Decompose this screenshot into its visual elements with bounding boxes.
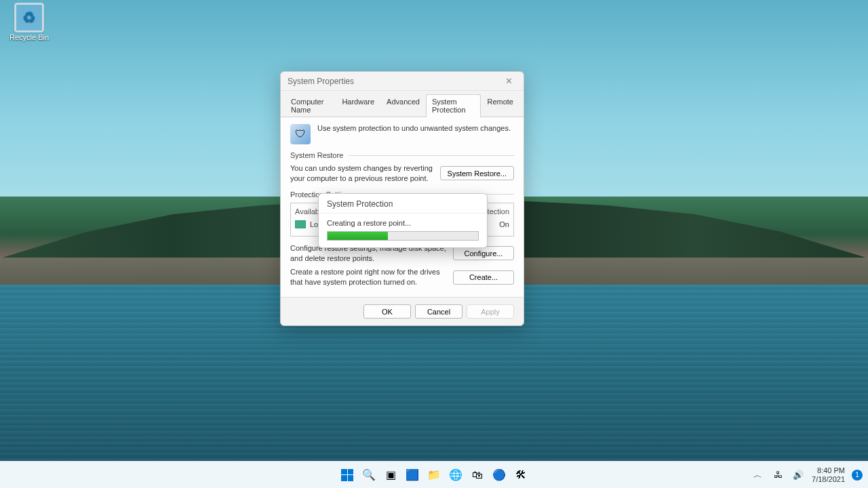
file-explorer-button[interactable]: 📁 [425, 466, 443, 484]
task-view-button[interactable]: ▣ [382, 466, 399, 484]
clock-date: 7/18/2021 [812, 475, 845, 484]
start-button[interactable] [338, 466, 356, 484]
notification-badge[interactable]: 1 [852, 470, 863, 481]
search-button[interactable]: 🔍 [360, 466, 378, 484]
chevron-up-icon: ︿ [753, 469, 762, 481]
system-restore-button[interactable]: System Restore... [440, 166, 514, 180]
progress-fill [328, 232, 388, 240]
edge-button[interactable]: 🌐 [447, 466, 465, 484]
speaker-icon: 🔊 [793, 470, 804, 480]
widgets-button[interactable]: 🟦 [403, 466, 421, 484]
system-protection-progress-dialog: System Protection Creating a restore poi… [318, 193, 488, 248]
restore-description: You can undo system changes by reverting… [290, 163, 433, 184]
section-system-restore: System Restore [290, 151, 343, 159]
volume-button[interactable]: 🔊 [791, 468, 805, 482]
app-icon: 🛠 [515, 469, 526, 481]
taskbar: 🔍 ▣ 🟦 📁 🌐 🛍 🔵 🛠 ︿ 🖧 🔊 8:40 PM 7/18/2021 … [0, 461, 868, 488]
windows-logo-icon [341, 469, 353, 481]
intro-text: Use system protection to undo unwanted s… [317, 124, 511, 132]
system-tray: ︿ 🖧 🔊 8:40 PM 7/18/2021 1 [751, 466, 863, 483]
tab-hardware[interactable]: Hardware [336, 94, 380, 117]
dialog-titlebar[interactable]: System Properties ✕ [281, 72, 524, 91]
network-button[interactable]: 🖧 [771, 468, 785, 482]
store-button[interactable]: 🛍 [469, 466, 486, 484]
tab-advanced[interactable]: Advanced [380, 94, 426, 117]
recycle-bin-desktop-icon[interactable]: Recycle Bin [8, 3, 50, 41]
app-button[interactable]: 🛠 [512, 466, 530, 484]
network-icon: 🖧 [774, 470, 783, 480]
chrome-button[interactable]: 🔵 [490, 466, 508, 484]
widgets-icon: 🟦 [406, 468, 419, 481]
create-button[interactable]: Create... [453, 270, 514, 285]
tab-remote[interactable]: Remote [481, 94, 519, 117]
edge-icon: 🌐 [449, 468, 462, 481]
progress-bar [327, 231, 479, 241]
recycle-bin-label: Recycle Bin [8, 33, 50, 41]
system-protection-icon [290, 124, 311, 144]
progress-message: Creating a restore point... [319, 214, 487, 231]
store-icon: 🛍 [472, 469, 483, 481]
tray-overflow-button[interactable]: ︿ [751, 468, 764, 482]
drive-status: On [499, 220, 509, 228]
apply-button: Apply [467, 304, 514, 319]
task-view-icon: ▣ [386, 468, 396, 481]
drive-icon [295, 220, 306, 228]
ok-button[interactable]: OK [363, 304, 411, 319]
progress-title: System Protection [319, 194, 487, 214]
cancel-button[interactable]: Cancel [415, 304, 462, 319]
clock[interactable]: 8:40 PM 7/18/2021 [812, 466, 845, 483]
close-button[interactable]: ✕ [499, 74, 518, 89]
clock-time: 8:40 PM [812, 466, 845, 475]
search-icon: 🔍 [362, 468, 376, 481]
tab-computer-name[interactable]: Computer Name [285, 94, 336, 117]
folder-icon: 📁 [427, 468, 441, 481]
dialog-tabs: Computer Name Hardware Advanced System P… [281, 91, 524, 117]
dialog-footer: OK Cancel Apply [281, 297, 524, 325]
create-description: Create a restore point right now for the… [290, 267, 446, 287]
recycle-bin-icon [15, 3, 43, 32]
dialog-title: System Properties [288, 77, 354, 86]
tab-system-protection[interactable]: System Protection [426, 94, 481, 117]
chrome-icon: 🔵 [492, 468, 506, 481]
close-icon: ✕ [505, 76, 513, 86]
configure-button[interactable]: Configure... [453, 246, 514, 260]
